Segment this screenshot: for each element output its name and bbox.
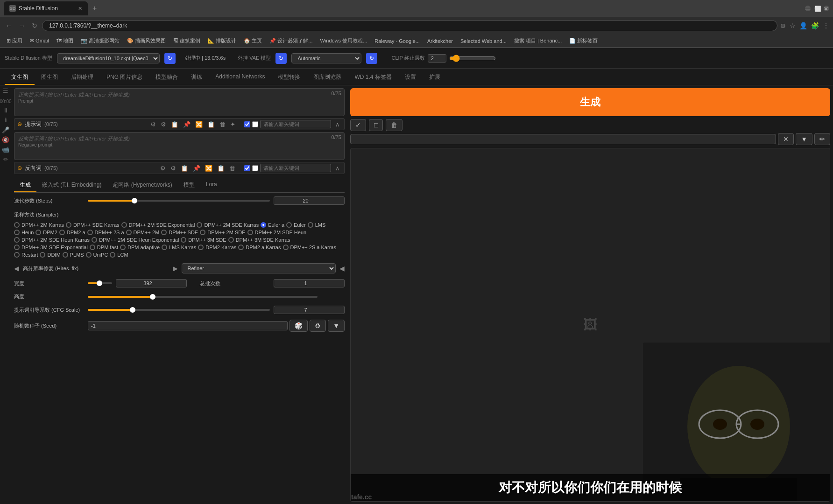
gen-tab-embedding[interactable]: 嵌入式 (T.I. Embedding) [36, 179, 107, 192]
sampler-plms[interactable]: PLMS [63, 252, 84, 258]
keyword-checkbox2[interactable] [252, 121, 258, 127]
back-button[interactable]: ← [4, 20, 14, 31]
neg-keyword-input[interactable] [260, 164, 331, 172]
sampler-radio-plms[interactable] [63, 252, 68, 258]
sampler-dpm3msde-exp[interactable]: DPM++ 3M SDE Exponential [14, 245, 88, 250]
negative-prompt-box[interactable]: 反向提示词 (按 Ctrl+Enter 或 Alt+Enter 开始生成) Ne… [14, 132, 345, 160]
tab-txt2img[interactable]: 文生图 [5, 70, 35, 85]
sampler-dpm2msde-exp[interactable]: DPM++ 2M SDE Exponential [121, 222, 195, 228]
cfg-thumb[interactable] [130, 307, 135, 313]
sampler-lms-karras[interactable]: LMS Karras [162, 245, 196, 250]
sampler-dpmsde[interactable]: DPM++ SDE [161, 230, 198, 235]
sampler-radio-dpm2msde-exp[interactable] [121, 222, 127, 228]
translate-icon[interactable]: ⊕ [780, 22, 786, 29]
vae-refresh-button[interactable]: ↻ [275, 53, 287, 64]
sampler-radio-dpmsde-karras[interactable] [66, 222, 71, 228]
sampler-radio-dpm2a[interactable] [59, 230, 65, 235]
sampler-dpm2msde-karras[interactable]: DPM++ 2M SDE Karras [197, 222, 259, 228]
maximize-button[interactable]: ⬜ [814, 6, 820, 11]
section-icon-star[interactable]: ✦ [229, 120, 237, 128]
keyword-input[interactable] [260, 120, 331, 128]
tab-convert[interactable]: 模型转换 [271, 70, 307, 85]
bookmark-photo[interactable]: 📷 高清摄影网站 [78, 36, 122, 45]
sampler-radio-lcm[interactable] [110, 252, 115, 258]
sampler-dpm2a[interactable]: DPM2 a [59, 230, 85, 235]
sampler-radio-dpm2msde-heun[interactable] [247, 230, 253, 235]
hires-arrow-right[interactable]: ▶ [173, 265, 178, 272]
sampler-radio-ddim[interactable] [40, 252, 45, 258]
gen-tab-model[interactable]: 模型 [178, 179, 200, 192]
bookmark-arch[interactable]: 🏗 建筑案例 [170, 36, 203, 45]
sampler-radio-dpm2msde-heun-exp[interactable] [92, 237, 97, 243]
sampler-radio-dpmsde[interactable] [161, 230, 167, 235]
section-icon-copy[interactable]: 📋 [169, 120, 180, 128]
hires-upscaler-arrow[interactable]: ◀ [339, 265, 345, 272]
tab-png-info[interactable]: PNG 图片信息 [100, 70, 149, 85]
steps-thumb[interactable] [132, 198, 137, 203]
sampler-dpm2msde-heun[interactable]: DPM++ 2M SDE Heun [247, 230, 307, 235]
sampler-dpm3msde-karras[interactable]: DPM++ 3M SDE Karras [228, 237, 290, 243]
sampler-radio-dpm2msde-karras[interactable] [197, 222, 202, 228]
sampler-dpm2msde-heun-karras[interactable]: DPM++ 2M SDE Heun Karras [14, 237, 90, 243]
sampler-radio-restart[interactable] [14, 252, 20, 258]
sampler-radio-dpm2m-karras[interactable] [14, 222, 20, 228]
neg-section-icon-paste[interactable]: 📌 [191, 164, 202, 172]
sampler-dpm2a-karras[interactable]: DPM2 a Karras [238, 245, 281, 250]
section-icon-settings1[interactable]: ⚙ [149, 120, 157, 128]
sidebar-icon-video[interactable]: 📹 [2, 146, 9, 153]
bookmark-selected[interactable]: Selected Web and... [458, 37, 509, 45]
sampler-radio-dpm2m[interactable] [126, 230, 132, 235]
style-input[interactable] [350, 134, 776, 144]
positive-section-toggle[interactable]: ⊖ [17, 121, 22, 127]
cfg-value-input[interactable] [274, 306, 345, 314]
neg-collapse-icon[interactable]: ∧ [334, 164, 341, 172]
sampler-radio-heun[interactable] [14, 230, 20, 235]
keyword-checkbox[interactable] [244, 121, 250, 127]
sampler-radio-dpm-adaptive[interactable] [120, 245, 126, 250]
seed-recycle-button[interactable]: ♻ [310, 320, 326, 332]
gen-tab-hypernetworks[interactable]: 超网络 (Hypernetworks) [107, 179, 177, 192]
profile-icon[interactable]: 👤 [799, 22, 807, 29]
bookmark-windows[interactable]: Windows 使用教程... [317, 36, 370, 45]
neg-keyword-checkbox2[interactable] [252, 165, 258, 171]
extension-icon[interactable]: 🧩 [811, 22, 819, 29]
neg-section-icon-delete[interactable]: 🗑 [228, 164, 237, 172]
sampler-dpm2m[interactable]: DPM++ 2M [126, 230, 160, 235]
section-icon-paste[interactable]: 📌 [182, 120, 192, 128]
sampler-radio-lms-karras[interactable] [162, 245, 167, 250]
clip-value-input[interactable] [428, 54, 446, 63]
sampler-dpm2sa[interactable]: DPM++ 2S a [87, 230, 124, 235]
hires-upscaler-select[interactable]: Refiner [182, 263, 336, 273]
sampler-dpm2m-karras[interactable]: DPM++ 2M Karras [14, 222, 64, 228]
sampler-restart[interactable]: Restart [14, 252, 38, 258]
menu-icon[interactable]: ⋮ [823, 22, 829, 29]
sampler-radio-unipc[interactable] [86, 252, 92, 258]
close-window-button[interactable]: ✕ [824, 6, 829, 11]
sampler-dpm2[interactable]: DPM2 [35, 230, 57, 235]
vae-apply-button[interactable]: ↻ [366, 53, 377, 64]
total-batch-input[interactable] [274, 279, 345, 287]
seed-extra-button[interactable]: ▼ [328, 320, 345, 332]
sampler-euler[interactable]: Euler [286, 222, 306, 228]
tab-img2img[interactable]: 图生图 [35, 70, 64, 85]
gen-tab-generate[interactable]: 生成 [14, 179, 36, 192]
sampler-radio-dpm3msde-karras[interactable] [228, 237, 234, 243]
tab-postprocess[interactable]: 后期处理 [64, 70, 100, 85]
sampler-dpm2msde-heun-exp[interactable]: DPM++ 2M SDE Heun Exponential [92, 237, 179, 243]
sampler-radio-lms[interactable] [308, 222, 313, 228]
seed-input[interactable] [88, 321, 288, 330]
sampler-dpm-fast[interactable]: DPM fast [90, 245, 118, 250]
positive-prompt-box[interactable]: 正向提示词 (按 Ctrl+Enter 或 Alt+Enter 开始生成) Pr… [14, 88, 345, 116]
sampler-radio-dpm2msde[interactable] [200, 230, 205, 235]
sampler-dpm2sa-karras[interactable]: DPM++ 2S a Karras [283, 245, 336, 250]
bookmark-design[interactable]: 📌 设计必须了解... [267, 36, 315, 45]
bookmark-arkitekcher[interactable]: Arkitekcher [424, 37, 456, 45]
section-icon-settings2[interactable]: ⚙ [159, 120, 168, 128]
sampler-radio-dpm2a-karras[interactable] [238, 245, 244, 250]
sampler-ddim[interactable]: DDIM [40, 252, 60, 258]
sidebar-icon-info[interactable]: ℹ [5, 117, 7, 124]
neg-section-icon-settings1[interactable]: ⚙ [159, 164, 167, 172]
neg-section-icon-settings2[interactable]: ⚙ [169, 164, 177, 172]
clip-slider[interactable] [449, 55, 496, 62]
section-icon-delete[interactable]: 🗑 [218, 120, 227, 128]
